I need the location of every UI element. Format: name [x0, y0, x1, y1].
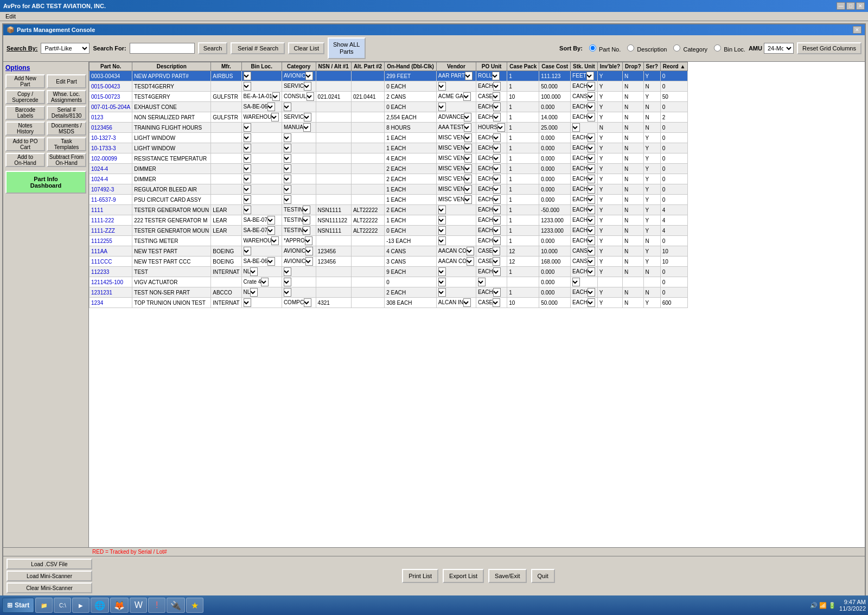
quit-button[interactable]: Quit: [531, 569, 555, 583]
sort-desc-label[interactable]: Description: [625, 44, 667, 53]
col-header-ser[interactable]: Ser?: [643, 62, 660, 71]
amu-select[interactable]: 24-Mo 12-Mo 6-Mo: [764, 43, 794, 54]
col-header-partno[interactable]: Part No.: [90, 62, 132, 71]
notes-history-button[interactable]: NotesHistory: [5, 121, 45, 136]
table-row[interactable]: 102-00099RESISTANCE TEMPERATUR▼▼4 EACHMI…: [90, 153, 688, 164]
table-row[interactable]: 0123456TRAINING FLIGHT HOURS▼MANUA▼8 HOU…: [90, 123, 688, 133]
taskbar-network[interactable]: 🔌: [167, 598, 185, 608]
taskbar-folder[interactable]: 📁: [35, 598, 53, 608]
table-row[interactable]: 10-1733-3LIGHT WINDOW▼▼1 EACHMISC VEN▼EA…: [90, 143, 688, 153]
taskbar-media[interactable]: ▶: [72, 598, 90, 608]
time-display: 9:47 AM: [839, 599, 866, 605]
part-info-dashboard-button[interactable]: Part Info Dashboard: [5, 171, 86, 194]
col-header-pounit[interactable]: PO Unit: [476, 62, 507, 71]
search-button[interactable]: Search: [198, 42, 228, 54]
taskbar-right: 🔊 📶 🔋 9:47 AM 11/3/2022: [810, 599, 866, 608]
whse-loc-button[interactable]: Whse. Loc.Assignments: [47, 90, 86, 104]
taskbar-star[interactable]: ★: [186, 598, 203, 608]
table-row[interactable]: 1111TESTER GENERATOR MOUNLEAR▼TESTIN▼NSN…: [90, 205, 688, 215]
table-row[interactable]: 0123NON SERIALIZED PARTGULFSTRWAREHOU▼SE…: [90, 112, 688, 123]
close-window-button[interactable]: ✕: [853, 26, 861, 34]
table-row[interactable]: 1111-ZZZTESTER GENERATOR MOUNLEARSA-BE-0…: [90, 226, 688, 236]
clear-list-button[interactable]: Clear List: [288, 42, 324, 54]
table-row[interactable]: 0015-00423TESDT4GERRY▼SERVIC▼0 EACH▼EACH…: [90, 81, 688, 92]
btn-pair-2: Copy /Supercede Whse. Loc.Assignments: [5, 90, 86, 104]
edit-menu[interactable]: Edit: [3, 12, 18, 21]
table-row[interactable]: 007-01-05-204AEXHAUST CONESA-BE-06▼▼0 EA…: [90, 102, 688, 112]
barcode-labels-button[interactable]: BarcodeLabels: [5, 106, 45, 120]
taskbar-word[interactable]: W: [130, 598, 147, 608]
reset-grid-button[interactable]: Reset Grid Columns: [797, 42, 861, 54]
table-row[interactable]: 1112255TESTING METERWAREHOU▼*APPRO▼-13 E…: [90, 236, 688, 246]
amu-group: AMU 24-Mo 12-Mo 6-Mo: [749, 43, 794, 54]
col-header-stkunit[interactable]: Stk. Unit: [571, 62, 598, 71]
clear-mini-scanner-button[interactable]: Clear Mini-Scanner: [7, 582, 92, 593]
col-header-casecost[interactable]: Case Cost: [539, 62, 571, 71]
sort-desc-radio[interactable]: [627, 44, 634, 52]
add-new-part-button[interactable]: Add NewPart: [5, 74, 45, 88]
table-row[interactable]: 1234TOP TRUNION UNION TESTINTERNAT▼COMPC…: [90, 298, 688, 308]
taskbar-alert[interactable]: !: [148, 598, 165, 608]
title-bar-controls: — □ ✕: [837, 2, 865, 10]
col-header-alt2[interactable]: Alt. Part #2: [351, 62, 384, 71]
table-row[interactable]: 1211425-100VIGV ACTUATORCrate 4▼▼0▼▼0.00…: [90, 277, 688, 287]
col-header-category[interactable]: Category: [282, 62, 316, 71]
copy-supercede-button[interactable]: Copy /Supercede: [5, 90, 45, 104]
taskbar-terminal[interactable]: C:\: [54, 598, 71, 608]
taskbar-chrome[interactable]: 🌐: [91, 598, 109, 608]
col-header-description[interactable]: Description: [132, 62, 211, 71]
col-header-reord[interactable]: Reord ▲: [660, 62, 688, 71]
table-row[interactable]: 107492-3REGULATOR BLEED AIR▼▼1 EACHMISC …: [90, 184, 688, 195]
table-row[interactable]: 1231231TEST NON-SER PARTABCCONL▼▼2 EACH▼…: [90, 287, 688, 298]
export-list-button[interactable]: Export List: [443, 569, 484, 583]
search-input[interactable]: [130, 43, 195, 54]
search-by-select[interactable]: Part#-Like Part#-Exact Description: [41, 43, 90, 54]
subtract-from-onhand-button[interactable]: Subtract FromOn-Hand: [47, 153, 86, 167]
col-header-binloc[interactable]: Bin Loc.: [241, 62, 282, 71]
col-header-mfr[interactable]: Mfr.: [211, 62, 241, 71]
app-title-bar: AvPro for ABC TEST AVIATION, INC. — □ ✕: [0, 0, 868, 12]
load-mini-scanner-button[interactable]: Load Mini-Scanner: [7, 571, 92, 581]
maximize-button[interactable]: □: [846, 2, 855, 10]
documents-msds-button[interactable]: Documents /MSDS: [47, 121, 86, 136]
table-row[interactable]: 0003-00434NEW APPRVD PART#AIRBUS▼AVIONIC…: [90, 71, 688, 81]
serial-details-button[interactable]: Serial #Details/8130: [47, 106, 86, 120]
serial-search-button[interactable]: Serial # Search: [231, 42, 285, 54]
task-templates-button[interactable]: TaskTemplates: [47, 137, 86, 151]
add-to-onhand-button[interactable]: Add toOn-Hand: [5, 153, 45, 167]
sort-partno-radio[interactable]: [589, 44, 596, 52]
sort-cat-label[interactable]: Category: [671, 44, 707, 53]
taskbar-firefox[interactable]: 🦊: [110, 598, 129, 608]
table-row[interactable]: 11-6537-9PSU CIRCUIT CARD ASSY▼▼1 EACHMI…: [90, 195, 688, 205]
col-header-invble[interactable]: Inv'ble?: [597, 62, 622, 71]
sort-partno-label[interactable]: Part No.: [587, 44, 621, 53]
print-list-button[interactable]: Print List: [402, 569, 438, 583]
col-header-onhand[interactable]: On-Hand (Dbl-Clk): [385, 62, 437, 71]
col-header-nsn[interactable]: NSN / Alt #1: [316, 62, 351, 71]
btn-pair-3: BarcodeLabels Serial #Details/8130: [5, 106, 86, 120]
table-row[interactable]: 10-1327-3LIGHT WINDOW▼▼1 EACHMISC VEN▼EA…: [90, 133, 688, 143]
table-row[interactable]: 0015-00723TEST4GERRYGULFSTRBE-A-1A-01▼CO…: [90, 92, 688, 102]
table-row[interactable]: 111AANEW TEST PARTBOEING▼AVIONIC▼1234564…: [90, 246, 688, 257]
start-button[interactable]: ⊞ Start: [2, 598, 34, 608]
date-display: 11/3/2022: [839, 605, 866, 608]
table-row[interactable]: 111CCCNEW TEST PART CCCBOEINGSA-BE-06▼AV…: [90, 257, 688, 267]
close-app-button[interactable]: ✕: [856, 2, 865, 10]
sort-binloc-radio[interactable]: [714, 44, 721, 52]
parts-table-container[interactable]: Part No. Description Mfr. Bin Loc. Categ…: [89, 62, 865, 547]
show-all-button[interactable]: Show ALL Parts: [328, 37, 366, 59]
add-to-po-cart-button[interactable]: Add to POCart: [5, 137, 45, 151]
col-header-drop[interactable]: Drop?: [623, 62, 643, 71]
table-row[interactable]: 1024-4DIMMER▼▼2 EACHMISC VEN▼EACH▼10.000…: [90, 164, 688, 174]
col-header-vendor[interactable]: Vendor: [436, 62, 476, 71]
edit-part-button[interactable]: Edit Part: [47, 74, 86, 88]
sort-binloc-label[interactable]: Bin Loc.: [712, 44, 745, 53]
minimize-button[interactable]: —: [837, 2, 845, 10]
table-row[interactable]: 1111-222222 TESTER GENERATOR MLEARSA-BE-…: [90, 215, 688, 226]
load-csv-button[interactable]: Load .CSV File: [7, 559, 92, 569]
table-row[interactable]: 1024-4DIMMER▼▼2 EACHMISC VEN▼EACH▼10.000…: [90, 174, 688, 184]
sort-cat-radio[interactable]: [673, 44, 680, 52]
table-row[interactable]: 112233TESTINTERNATNL▼▼9 EACH▼EACH▼10.000…: [90, 267, 688, 277]
col-header-casepack[interactable]: Case Pack: [507, 62, 539, 71]
save-exit-button[interactable]: Save/Exit: [488, 569, 526, 583]
